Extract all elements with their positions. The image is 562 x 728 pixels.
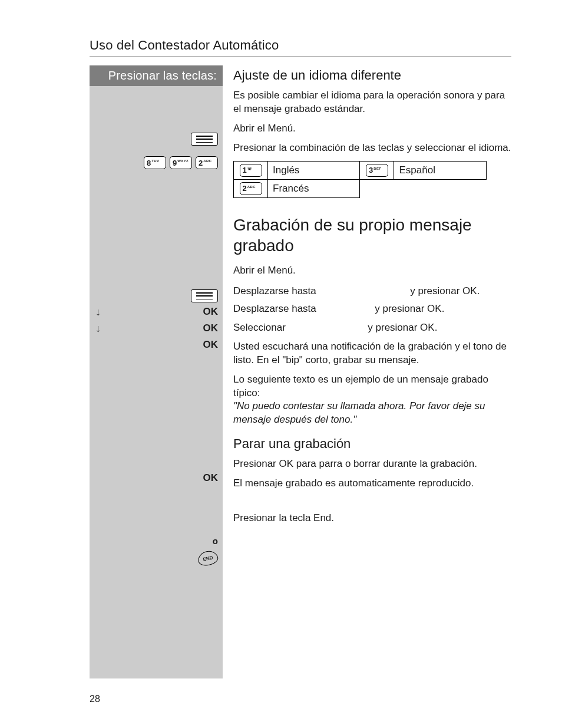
arrow-down-icon[interactable]: ↓: [95, 307, 101, 317]
key-8[interactable]: 8TUV: [144, 156, 166, 169]
table-row: 2ABC Francés: [234, 179, 487, 197]
lang-intro: Es posible cambiar el idioma para la ope…: [233, 89, 511, 116]
or-label: o: [213, 536, 218, 546]
left-column: Presionar las teclas: 8TUV 9WXYZ 2ABC: [90, 65, 223, 678]
record-para2: Lo seguiente texto es un ejemplo de un m…: [233, 373, 511, 400]
lang-cell-espanol: Español: [394, 161, 487, 179]
language-table: 1☏ Inglés 3DEF Español 2ABC Francés: [233, 161, 487, 198]
nav-row-1: ↓ OK: [95, 306, 218, 318]
left-column-header: Presionar las teclas:: [90, 65, 223, 86]
table-row: 1☏ Inglés 3DEF Español: [234, 161, 487, 179]
key-2[interactable]: 2ABC: [196, 156, 218, 169]
manual-page: Uso del Contestador Automático Presionar…: [0, 0, 562, 728]
menu-icon-slot-2: [191, 289, 218, 302]
key-combo-892: 8TUV 9WXYZ 2ABC: [144, 156, 218, 169]
key-2b[interactable]: 2ABC: [240, 182, 262, 195]
ok-label[interactable]: OK: [203, 322, 219, 334]
big-heading-record: Grabación de su propio mensaje grabado: [233, 215, 511, 256]
end-key-slot: END: [198, 551, 218, 565]
step-scroll-2: Desplazarse hasta y presionar OK.: [233, 302, 511, 319]
menu-icon[interactable]: [191, 133, 218, 146]
record-para1: Usted escuchará una notificación de la g…: [233, 340, 511, 367]
section-title: Uso del Contestador Automático: [90, 38, 511, 57]
nav-row-2: ↓ OK: [95, 322, 218, 334]
arrow-down-icon[interactable]: ↓: [95, 323, 101, 334]
ok-label[interactable]: OK: [203, 472, 219, 484]
ok-label[interactable]: OK: [203, 339, 219, 351]
subheading-language: Ajuste de un idioma diferente: [233, 68, 511, 83]
auto-play: El mensaje grabado es automaticamente re…: [233, 477, 511, 490]
open-menu-2: Abrir el Menú.: [233, 264, 511, 278]
key-9[interactable]: 9WXYZ: [170, 156, 192, 169]
stop-text: Presionar OK para parra o borrar durante…: [233, 457, 511, 471]
end-key-icon[interactable]: END: [197, 549, 219, 568]
record-example: "No puedo contestar su llamada ahora. Po…: [233, 400, 511, 427]
key-1[interactable]: 1☏: [240, 164, 262, 177]
lang-cell-frances: Francés: [268, 179, 360, 197]
lang-cell-ingles: Inglés: [268, 161, 360, 179]
ok-stop: OK: [203, 472, 219, 484]
open-menu-1: Abrir el Menú.: [233, 122, 511, 136]
menu-icon-slot: [191, 133, 218, 146]
content-columns: Presionar las teclas: 8TUV 9WXYZ 2ABC: [90, 65, 511, 678]
press-combo: Presionar la combinación de las teclas y…: [233, 141, 511, 155]
step-scroll-1: Desplazarse hasta y presionar OK.: [233, 284, 511, 300]
subheading-stop: Parar una grabación: [233, 436, 511, 452]
step-select: Seleccionar y presionar OK.: [233, 321, 511, 338]
nav-row-3: OK: [203, 339, 219, 351]
press-end: Presionar la tecla End.: [233, 512, 511, 525]
ok-label[interactable]: OK: [203, 306, 219, 318]
key-3[interactable]: 3DEF: [366, 164, 388, 177]
page-number: 28: [90, 694, 100, 704]
menu-icon[interactable]: [191, 289, 218, 302]
right-column: Ajuste de un idioma diferente Es posible…: [223, 65, 511, 678]
or-label-slot: o: [213, 536, 218, 546]
